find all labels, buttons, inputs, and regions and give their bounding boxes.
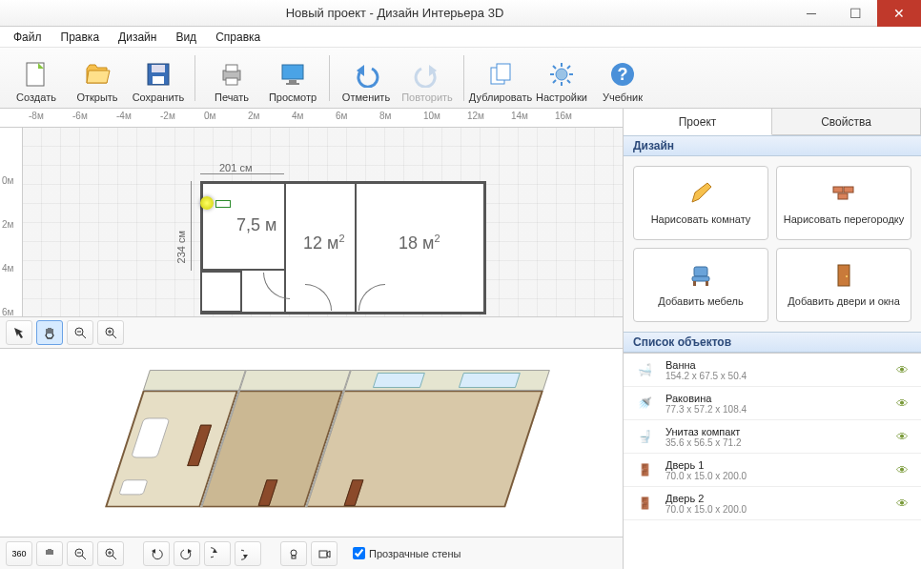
menu-edit[interactable]: Правка	[53, 29, 108, 46]
svg-rect-6	[226, 65, 237, 71]
window-maximize-button[interactable]: ☐	[833, 0, 877, 27]
marker-handle[interactable]	[215, 200, 231, 208]
floorplan-canvas[interactable]: 7,5 м 12 м2 18 м2 201 см 234 см	[23, 128, 623, 316]
save-label: Сохранить	[133, 91, 185, 103]
canvas-column: -8м-6м-4м-2м0м2м4м6м8м10м12м14м16м 0м2м4…	[0, 109, 624, 569]
ruler-tick: 2м	[2, 219, 13, 230]
dimension-line	[191, 181, 192, 271]
visibility-toggle-icon[interactable]: 👁	[896, 396, 913, 411]
add-furniture-label: Добавить мебель	[658, 295, 743, 308]
toilet-3d	[118, 479, 148, 495]
zoom-out-3d[interactable]	[67, 541, 93, 566]
create-button[interactable]: Создать	[6, 51, 67, 105]
window-titlebar: Новый проект - Дизайн Интерьера 3D ─ ☐ ✕	[0, 0, 921, 27]
duplicate-label: Дублировать	[469, 91, 532, 103]
window-close-button[interactable]: ✕	[877, 0, 921, 27]
draw-room-button[interactable]: Нарисовать комнату	[633, 166, 768, 240]
open-button[interactable]: Открыть	[67, 51, 128, 105]
object-row[interactable]: 🛁Ванна154.2 x 67.5 x 50.4👁	[624, 354, 921, 387]
svg-rect-8	[282, 65, 303, 79]
window-minimize-button[interactable]: ─	[789, 0, 833, 27]
duplicate-button[interactable]: Дублировать	[470, 51, 531, 105]
visibility-toggle-icon[interactable]: 👁	[896, 463, 913, 477]
rotate-right-tool[interactable]	[174, 541, 200, 566]
object-dimensions: 77.3 x 57.2 x 108.4	[665, 404, 889, 415]
object-dimensions: 35.6 x 56.5 x 71.2	[665, 437, 889, 448]
object-name: Ванна	[665, 359, 889, 371]
bricks-icon	[829, 179, 858, 208]
undo-label: Отменить	[342, 91, 390, 103]
open-label: Открыть	[76, 91, 117, 103]
chair-icon	[686, 261, 715, 290]
draw-wall-button[interactable]: Нарисовать перегородку	[776, 166, 911, 240]
room-label-3: 18 м2	[399, 233, 440, 253]
transparent-walls-checkbox[interactable]: Прозрачные стены	[353, 547, 460, 559]
rotate-left-tool[interactable]	[143, 541, 170, 566]
preview-button[interactable]: Просмотр	[262, 51, 323, 105]
dimension-line	[200, 173, 284, 174]
add-furniture-button[interactable]: Добавить мебель	[633, 248, 768, 322]
transparent-walls-input[interactable]	[353, 547, 365, 559]
tab-project[interactable]: Проект	[624, 109, 772, 135]
svg-rect-10	[286, 83, 299, 85]
manual-label: Учебник	[603, 91, 643, 103]
visibility-toggle-icon[interactable]: 👁	[896, 363, 913, 377]
undo-button[interactable]: Отменить	[336, 51, 397, 105]
marker-point[interactable]	[200, 196, 214, 210]
add-doors-button[interactable]: Добавить двери и окна	[776, 248, 911, 322]
object-name: Раковина	[665, 393, 889, 404]
zoom-out-tool[interactable]	[67, 320, 93, 345]
svg-point-15	[556, 69, 567, 80]
side-panel: Проект Свойства Дизайн Нарисовать комнат…	[624, 109, 921, 569]
ruler-tick: 6м	[336, 111, 347, 121]
visibility-toggle-icon[interactable]: 👁	[896, 430, 913, 444]
svg-rect-3	[152, 65, 165, 72]
ruler-tick: -6м	[72, 111, 88, 121]
menu-help[interactable]: Справка	[208, 29, 268, 46]
duplicate-icon	[485, 59, 516, 90]
light-tool[interactable]	[280, 541, 307, 566]
object-row[interactable]: 🚿Раковина77.3 x 57.2 x 108.4👁	[624, 387, 921, 420]
select-tool[interactable]	[6, 320, 32, 345]
view-3d[interactable]	[0, 349, 623, 537]
zoom-in-tool[interactable]	[97, 320, 124, 345]
print-label: Печать	[215, 91, 249, 103]
svg-marker-40	[152, 549, 155, 554]
svg-rect-46	[319, 551, 327, 558]
ruler-tick: 4м	[2, 263, 13, 274]
visibility-toggle-icon[interactable]: 👁	[896, 497, 913, 511]
svg-rect-4	[153, 76, 164, 84]
print-button[interactable]: Печать	[201, 51, 262, 105]
menu-view[interactable]: Вид	[168, 29, 204, 46]
transparent-walls-label: Прозрачные стены	[369, 548, 460, 559]
pan-tool[interactable]	[36, 320, 63, 345]
svg-line-27	[82, 335, 86, 338]
toolbar-separator	[194, 55, 195, 101]
manual-button[interactable]: ? Учебник	[592, 51, 653, 105]
svg-rect-9	[289, 80, 297, 83]
menu-file[interactable]: Файл	[6, 29, 50, 46]
menu-design[interactable]: Дизайн	[111, 29, 164, 46]
rotate-down-tool[interactable]	[235, 541, 261, 566]
settings-button[interactable]: Настройки	[531, 51, 592, 105]
camera-tool[interactable]	[311, 541, 338, 566]
printer-icon	[216, 59, 247, 90]
svg-rect-7	[226, 78, 237, 85]
zoom-in-3d[interactable]	[97, 541, 124, 566]
orbit-tool[interactable]: 360	[6, 541, 32, 566]
object-row[interactable]: 🚽Унитаз компакт35.6 x 56.5 x 71.2👁	[624, 420, 921, 454]
save-button[interactable]: Сохранить	[128, 51, 189, 105]
toolbar-2d	[0, 316, 623, 349]
dimension-width: 201 см	[219, 162, 252, 173]
redo-button[interactable]: Повторить	[397, 51, 458, 105]
rotate-up-tool[interactable]	[204, 541, 231, 566]
object-row[interactable]: 🚪Дверь 270.0 x 15.0 x 200.0👁	[624, 487, 921, 520]
ruler-tick: 4м	[292, 111, 303, 121]
pan-3d-tool[interactable]	[36, 541, 63, 566]
main-toolbar: Создать Открыть Сохранить Печать Просмот…	[0, 48, 921, 109]
object-row[interactable]: 🚪Дверь 170.0 x 15.0 x 200.0👁	[624, 454, 921, 487]
wall	[355, 181, 357, 314]
closet-outline	[200, 271, 242, 313]
tab-properties[interactable]: Свойства	[772, 109, 921, 134]
gear-icon	[546, 59, 577, 90]
